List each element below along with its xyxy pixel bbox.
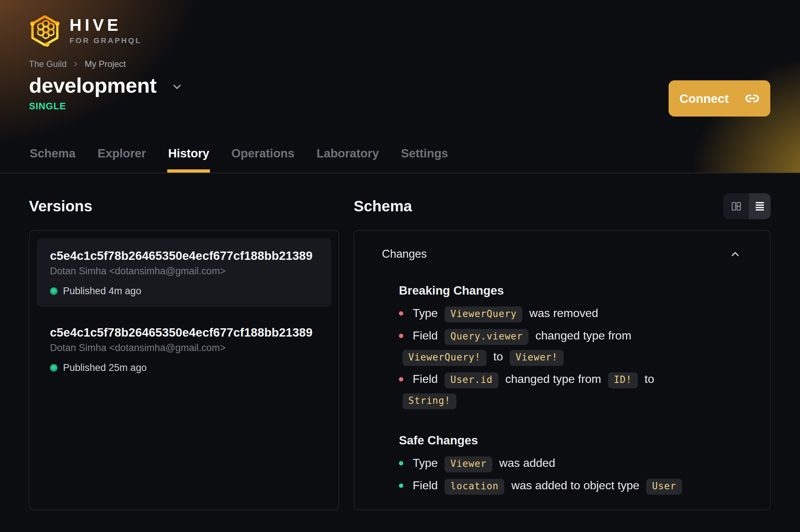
versions-title: Versions <box>29 198 92 215</box>
schema-member-chip: User <box>646 479 682 495</box>
change-text: changed type from <box>535 329 631 342</box>
change-item: Type Viewer was added <box>399 452 717 473</box>
tab-laboratory[interactable]: Laboratory <box>316 147 379 173</box>
hive-logo[interactable]: HIVE FOR GRAPHQL <box>29 14 142 47</box>
main-content: Versions c5e4c1c5f78b26465350e4ecf677cf1… <box>0 173 800 510</box>
version-status: Published 4m ago <box>50 286 318 297</box>
breadcrumb: The Guild My Project <box>29 59 126 69</box>
list-lines-icon <box>754 200 766 212</box>
schema-column: Schema <box>354 193 771 510</box>
version-hash: c5e4c1c5f78b26465350e4ecf677cf188bb21389 <box>50 249 318 263</box>
header: HIVE FOR GRAPHQL The Guild My Project de… <box>0 0 800 173</box>
target-title-row: development <box>29 74 183 97</box>
chevron-right-icon <box>72 60 80 68</box>
safe-bullet-icon <box>399 484 403 488</box>
published-status-dot-icon <box>50 364 58 372</box>
breaking-bullet-icon <box>399 311 403 316</box>
changes-collapse-header[interactable]: Changes <box>354 231 770 261</box>
tab-settings[interactable]: Settings <box>400 147 449 173</box>
changes-panel: Changes Breaking ChangesType ViewerQuery… <box>354 230 771 510</box>
published-status-dot-icon <box>50 287 58 295</box>
schema-member-chip: location <box>445 479 504 495</box>
change-text: Field <box>413 372 438 385</box>
split-view-button[interactable] <box>723 193 749 219</box>
hive-hexagon-logo-icon <box>29 14 61 47</box>
page-title: development <box>29 74 156 97</box>
version-status-text: Published 25m ago <box>63 362 147 373</box>
tab-explorer[interactable]: Explorer <box>97 147 147 173</box>
breaking-change-list: Type ViewerQuery was removed Field Query… <box>399 303 717 410</box>
breadcrumb-project-link[interactable]: My Project <box>85 59 126 69</box>
version-author: Dotan Simha <dotansimha@gmail.com> <box>50 266 318 277</box>
versions-list: c5e4c1c5f78b26465350e4ecf677cf188bb21389… <box>29 230 339 510</box>
schema-member-chip: Viewer! <box>510 350 564 366</box>
safe-change-list: Type Viewer was added Field location was… <box>399 452 717 496</box>
change-item: Field User.id changed type from ID! to S… <box>399 368 717 410</box>
change-text: to <box>645 372 654 385</box>
changes-title: Changes <box>382 248 427 261</box>
change-text: Field <box>413 479 438 492</box>
change-text: Type <box>413 456 438 469</box>
version-author: Dotan Simha <dotansimha@gmail.com> <box>50 342 318 354</box>
changes-body: Breaking ChangesType ViewerQuery was rem… <box>354 284 770 496</box>
schema-member-chip: Viewer <box>445 456 492 472</box>
link-icon <box>744 91 761 106</box>
target-selector-chevron-down-icon[interactable] <box>171 81 183 93</box>
change-item: Field location was added to object type … <box>399 475 717 496</box>
tab-bar: SchemaExplorerHistoryOperationsLaborator… <box>29 147 449 173</box>
brand-name: HIVE <box>70 17 142 33</box>
columns-icon <box>730 200 742 212</box>
safe-bullet-icon <box>399 461 403 465</box>
chevron-up-icon <box>729 248 741 260</box>
brand-tagline: FOR GRAPHQL <box>70 37 142 44</box>
schema-title: Schema <box>354 198 412 215</box>
change-text: changed type from <box>505 372 601 385</box>
schema-member-chip: ID! <box>608 372 638 388</box>
connect-button[interactable]: Connect <box>669 80 770 117</box>
change-text: Type <box>413 307 438 320</box>
version-hash: c5e4c1c5f78b26465350e4ecf677cf188bb21389 <box>50 326 318 339</box>
schema-member-chip: Query.viewer <box>445 329 529 345</box>
version-card[interactable]: c5e4c1c5f78b26465350e4ecf677cf188bb21389… <box>37 238 331 307</box>
schema-member-chip: String! <box>403 393 456 409</box>
breadcrumb-org-link[interactable]: The Guild <box>29 59 67 69</box>
version-status: Published 25m ago <box>50 362 318 373</box>
list-view-button[interactable] <box>749 193 771 219</box>
version-card[interactable]: c5e4c1c5f78b26465350e4ecf677cf188bb21389… <box>37 315 331 384</box>
change-section-title: Breaking Changes <box>399 284 748 297</box>
change-text: Field <box>413 329 438 342</box>
schema-member-chip: ViewerQuery <box>445 307 522 322</box>
tab-schema[interactable]: Schema <box>29 147 76 173</box>
change-text: was added <box>499 456 555 469</box>
schema-member-chip: ViewerQuery! <box>403 350 487 366</box>
change-section-title: Safe Changes <box>399 434 748 447</box>
change-item: Field Query.viewer changed type from Vie… <box>399 325 717 367</box>
breaking-bullet-icon <box>399 334 403 338</box>
connect-button-label: Connect <box>679 92 729 106</box>
change-text: was removed <box>529 307 598 320</box>
change-item: Type ViewerQuery was removed <box>399 303 717 324</box>
version-status-text: Published 4m ago <box>63 286 141 297</box>
change-text: to <box>493 350 503 363</box>
versions-column: Versions c5e4c1c5f78b26465350e4ecf677cf1… <box>29 193 339 510</box>
tab-history[interactable]: History <box>167 147 210 173</box>
breaking-bullet-icon <box>399 377 403 381</box>
target-type-badge: SINGLE <box>29 101 66 112</box>
view-toggle <box>723 193 771 219</box>
change-text: was added to object type <box>511 479 639 492</box>
schema-member-chip: User.id <box>445 372 498 388</box>
tab-operations[interactable]: Operations <box>231 147 295 173</box>
